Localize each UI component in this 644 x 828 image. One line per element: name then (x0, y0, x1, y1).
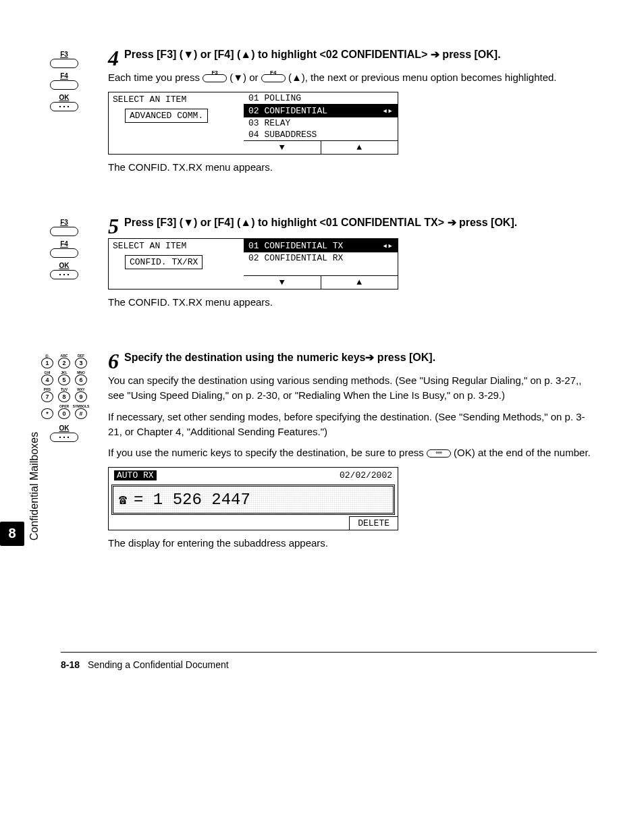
lcd-opt-01: 01 POLLING (244, 92, 398, 104)
lcd-mode: AUTO RX (114, 470, 157, 480)
f3-inline-icon: F3 (203, 74, 227, 82)
lcd-up-arrow: ▲ (321, 276, 398, 289)
numeric-keypad-graphic: @.1 ABC2 DEF3 GHI4 JKL5 MNO6 PRS7 TUV8 W… (40, 354, 88, 419)
lcd-delete-label: DELETE (349, 516, 398, 530)
step-5: F3 F4 OK 5 Press [F3] (▼) or [F4] (▲) to… (20, 215, 597, 316)
step5-buttons: F3 F4 OK (20, 215, 108, 283)
step4-after: The CONFID. TX.RX menu appears. (108, 160, 597, 175)
lcd-breadcrumb: ADVANCED COMM. (125, 109, 208, 123)
lcd-down-arrow: ▼ (244, 141, 321, 154)
f3-button-graphic: F3 (50, 219, 78, 236)
lcd-number-display: ☎ = 1 526 2447 (111, 485, 395, 515)
step5-lcd: SELECT AN ITEM CONFID. TX/RX 01 CONFIDEN… (108, 238, 398, 289)
step4-body: Each time you press F3 (▼) or F4 (▲), th… (108, 70, 597, 85)
chapter-tab: Confidential Mailboxes 8 (0, 432, 41, 546)
step-6: @.1 ABC2 DEF3 GHI4 JKL5 MNO6 PRS7 TUV8 W… (20, 350, 597, 557)
lcd-opt-01-highlighted: 01 CONFIDENTIAL TX◂▸ (244, 239, 398, 252)
step4-lcd: SELECT AN ITEM ADVANCED COMM. 01 POLLING… (108, 92, 398, 155)
step6-title: 6 Specify the destination using the nume… (108, 350, 597, 365)
step4-title: 4 Press [F3] (▼) or [F4] (▲) to highligh… (108, 47, 597, 62)
lcd-date: 02/02/2002 (340, 470, 392, 480)
ok-inline-icon (427, 449, 451, 458)
lcd-prompt: SELECT AN ITEM (113, 94, 240, 105)
lcd-down-arrow: ▼ (244, 276, 321, 289)
page-footer: 8-18 Sending a Confidential Document (61, 652, 597, 670)
step6-after: The display for entering the subaddress … (108, 536, 597, 551)
lcd-up-arrow: ▲ (321, 141, 398, 154)
f4-button-graphic: F4 (50, 72, 78, 90)
lcd-opt-04: 04 SUBADDRESS (244, 129, 398, 140)
phone-icon: ☎ (119, 491, 127, 508)
lcd-breadcrumb: CONFID. TX/RX (125, 255, 203, 269)
ok-button-graphic: OK (50, 424, 78, 442)
chapter-number: 8 (0, 522, 24, 546)
step5-title: 5 Press [F3] (▼) or [F4] (▲) to highligh… (108, 215, 597, 230)
lcd-prompt: SELECT AN ITEM (113, 241, 240, 251)
step6-lcd: AUTO RX 02/02/2002 ☎ = 1 526 2447 DELETE (108, 467, 398, 530)
f4-button-graphic: F4 (50, 240, 78, 258)
step4-buttons: F3 F4 OK (20, 47, 108, 115)
footer-title: Sending a Confidential Document (88, 659, 229, 670)
ok-button-graphic: OK (50, 262, 78, 279)
step5-after: The CONFID. TX.RX menu appears. (108, 295, 597, 310)
page-number: 8-18 (61, 659, 80, 670)
f3-button-graphic: F3 (50, 51, 78, 68)
ok-button-graphic: OK (50, 94, 78, 111)
lcd-opt-02: 02 CONFIDENTIAL RX (244, 252, 398, 264)
step6-body: You can specify the destination using va… (108, 373, 597, 460)
step-4: F3 F4 OK 4 Press [F3] (▼) or [F4] (▲) to… (20, 47, 597, 182)
chapter-label: Confidential Mailboxes (28, 432, 41, 541)
lcd-opt-02-highlighted: 02 CONFIDENTIAL◂▸ (244, 104, 398, 117)
lcd-opt-03: 03 RELAY (244, 117, 398, 129)
f4-inline-icon: F4 (261, 74, 286, 82)
